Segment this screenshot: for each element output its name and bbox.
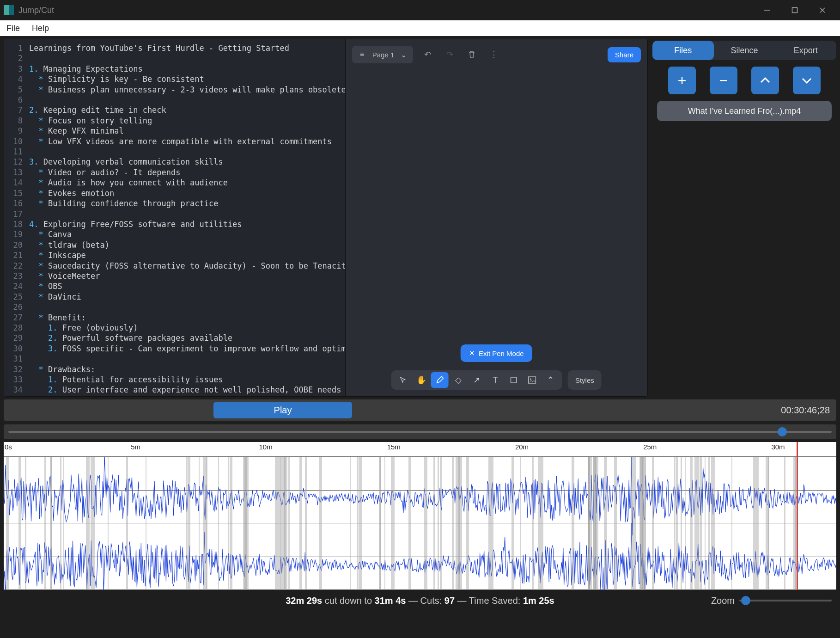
timecode-display: 00:30:46;28: [781, 405, 830, 416]
svg-rect-4: [511, 377, 517, 383]
more-tools[interactable]: ⌃: [542, 372, 560, 388]
tab-files[interactable]: Files: [652, 41, 714, 60]
waveform-channel-1[interactable]: [4, 457, 836, 523]
minimize-button[interactable]: [753, 0, 781, 20]
zoom-label: Zoom: [711, 595, 735, 606]
right-panel: Files Silence Export + − What I've Learn…: [652, 39, 836, 397]
close-button[interactable]: [809, 0, 836, 20]
tool-tray: ✋ ◇ ↗ T ⌃: [391, 370, 562, 390]
menu-help[interactable]: Help: [29, 22, 52, 35]
redo-button[interactable]: ↷: [442, 47, 457, 62]
arrow-tool[interactable]: ↗: [468, 372, 486, 388]
waveform-channel-2[interactable]: [4, 523, 836, 590]
more-button[interactable]: ⋮: [486, 47, 502, 62]
undo-button[interactable]: ↶: [420, 47, 435, 62]
hand-tool[interactable]: ✋: [413, 372, 430, 388]
transport-bar: Play 00:30:46;28: [4, 399, 836, 421]
code-content[interactable]: Learnings from YouTube's First Hurdle - …: [27, 39, 345, 396]
share-button[interactable]: Share: [608, 47, 641, 62]
chevron-down-icon[interactable]: ⌄: [398, 50, 409, 59]
image-tool[interactable]: [523, 372, 541, 388]
file-item[interactable]: What I've Learned Fro(...).mp4: [657, 101, 832, 121]
hamburger-icon[interactable]: ≡: [356, 50, 369, 59]
eraser-tool[interactable]: ◇: [450, 372, 467, 388]
svg-point-6: [530, 379, 531, 380]
sticky-tool[interactable]: [505, 372, 523, 388]
preview-area: 1234567891011121314151617181920212223242…: [4, 39, 648, 397]
timeline-ruler[interactable]: 0s5m10m15m20m25m30m: [4, 442, 836, 457]
close-icon: ✕: [469, 349, 475, 357]
playhead[interactable]: [797, 442, 798, 590]
scrub-thumb[interactable]: [778, 427, 787, 436]
select-tool[interactable]: [394, 372, 412, 388]
zoom-thumb[interactable]: [741, 596, 750, 605]
pen-tool[interactable]: [431, 372, 449, 388]
app-logo: [4, 5, 14, 15]
maximize-button[interactable]: [781, 0, 809, 20]
add-button[interactable]: +: [668, 67, 696, 94]
tab-silence[interactable]: Silence: [714, 41, 775, 60]
move-down-button[interactable]: [793, 67, 821, 94]
titlebar: Jump/Cut: [0, 0, 840, 20]
timeline[interactable]: 0s5m10m15m20m25m30m: [4, 442, 836, 590]
scrub-bar[interactable]: [4, 424, 836, 439]
menubar: File Help: [0, 20, 840, 36]
line-number-gutter: 1234567891011121314151617181920212223242…: [4, 39, 27, 396]
statusbar: 32m 29s cut down to 31m 4s — Cuts: 97 — …: [0, 590, 840, 611]
window-title: Jump/Cut: [18, 6, 54, 15]
canvas-menu[interactable]: ≡ Page 1 ⌄: [352, 46, 414, 63]
styles-button[interactable]: Styles: [568, 370, 602, 390]
page-indicator[interactable]: Page 1: [369, 51, 398, 59]
drawing-canvas[interactable]: ≡ Page 1 ⌄ ↶ ↷ ⋮ Share ✕ Exit Pen Mode: [345, 39, 647, 396]
status-text: 32m 29s cut down to 31m 4s — Cuts: 97 — …: [286, 595, 554, 606]
text-editor[interactable]: 1234567891011121314151617181920212223242…: [4, 39, 345, 396]
panel-tabs: Files Silence Export: [652, 41, 836, 60]
svg-rect-1: [792, 8, 797, 13]
play-button[interactable]: Play: [213, 402, 352, 418]
menu-file[interactable]: File: [4, 22, 23, 35]
text-tool[interactable]: T: [487, 372, 504, 388]
remove-button[interactable]: −: [710, 67, 737, 94]
tab-export[interactable]: Export: [775, 41, 836, 60]
move-up-button[interactable]: [751, 67, 779, 94]
zoom-control[interactable]: Zoom: [711, 595, 832, 606]
zoom-slider[interactable]: [739, 600, 832, 601]
exit-pen-mode-button[interactable]: ✕ Exit Pen Mode: [461, 344, 532, 362]
trash-button[interactable]: [464, 47, 480, 62]
